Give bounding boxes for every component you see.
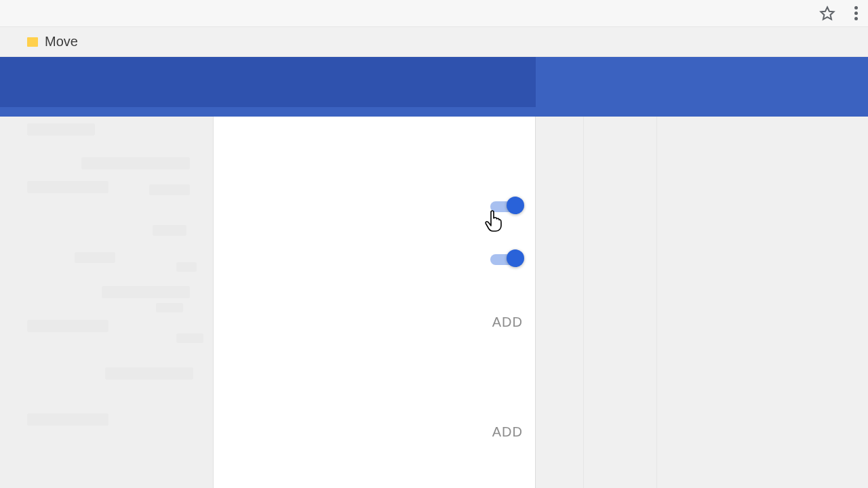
bookmark-item-move[interactable]: Move — [27, 34, 78, 49]
toggle-thumb — [507, 249, 524, 267]
folder-icon — [27, 37, 38, 47]
sidebar — [0, 117, 214, 488]
add-button-2[interactable]: ADD — [492, 424, 523, 440]
bookmark-label: Move — [45, 34, 78, 49]
app-header — [0, 57, 868, 117]
bookmark-star-icon[interactable] — [818, 4, 837, 23]
app-header-overlay — [0, 57, 536, 107]
bookmarks-bar: Move — [0, 27, 868, 57]
add-button-1[interactable]: ADD — [492, 314, 523, 330]
content-area: ADD ADD — [0, 117, 868, 488]
browser-menu-icon[interactable] — [849, 4, 863, 23]
toggle-2[interactable] — [490, 252, 524, 266]
right-panel — [536, 117, 868, 488]
main-panel: ADD ADD — [214, 117, 536, 488]
browser-toolbar — [0, 0, 868, 27]
toggle-1[interactable] — [490, 199, 524, 213]
toggle-thumb — [507, 197, 524, 214]
